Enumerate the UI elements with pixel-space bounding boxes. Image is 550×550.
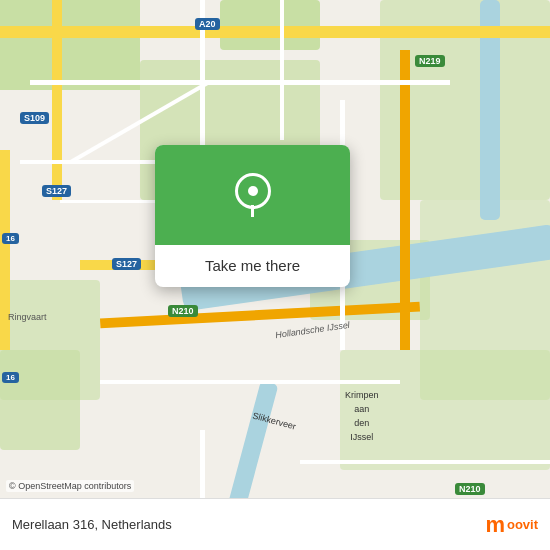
- green-area: [0, 350, 80, 450]
- route-badge-16-1: 16: [2, 233, 19, 244]
- copyright-text: © OpenStreetMap contributors: [6, 480, 134, 492]
- popup-header: [155, 145, 350, 245]
- green-area: [0, 0, 140, 90]
- route-badge-a20: A20: [195, 18, 220, 30]
- address-label: Merellaan 316, Netherlands: [12, 517, 172, 532]
- route-badge-s127-1: S127: [42, 185, 71, 197]
- popup-button-label: Take me there: [205, 257, 300, 274]
- route-badge-s109: S109: [20, 112, 49, 124]
- map-label-ringvaart: Ringvaart: [8, 312, 47, 322]
- road-s109: [52, 0, 62, 200]
- route-badge-n219: N219: [415, 55, 445, 67]
- moovit-logo-m: m: [485, 514, 505, 536]
- moovit-logo-text: oovit: [507, 517, 538, 532]
- road: [300, 460, 550, 464]
- pin-tail: [251, 205, 254, 217]
- route-badge-n210-1: N210: [168, 305, 198, 317]
- route-badge-16-2: 16: [2, 372, 19, 383]
- green-area: [220, 0, 320, 50]
- moovit-logo: m oovit: [485, 514, 538, 536]
- map-label-krimpen: KrimpenaandenIJssel: [345, 388, 379, 444]
- road: [280, 0, 284, 140]
- location-pin-icon: [235, 173, 271, 217]
- pin-dot: [248, 186, 258, 196]
- road-a20: [0, 26, 550, 38]
- pin-circle: [235, 173, 271, 209]
- road: [30, 80, 450, 85]
- map-container: A20 N219 S109 S127 S127 N210 N210 16 16 …: [0, 0, 550, 550]
- info-bar: Merellaan 316, Netherlands m oovit: [0, 498, 550, 550]
- route-badge-n210-2: N210: [455, 483, 485, 495]
- route-badge-s127-2: S127: [112, 258, 141, 270]
- popup-card: Take me there: [155, 145, 350, 287]
- road: [100, 380, 400, 384]
- take-me-there-button[interactable]: Take me there: [155, 245, 350, 287]
